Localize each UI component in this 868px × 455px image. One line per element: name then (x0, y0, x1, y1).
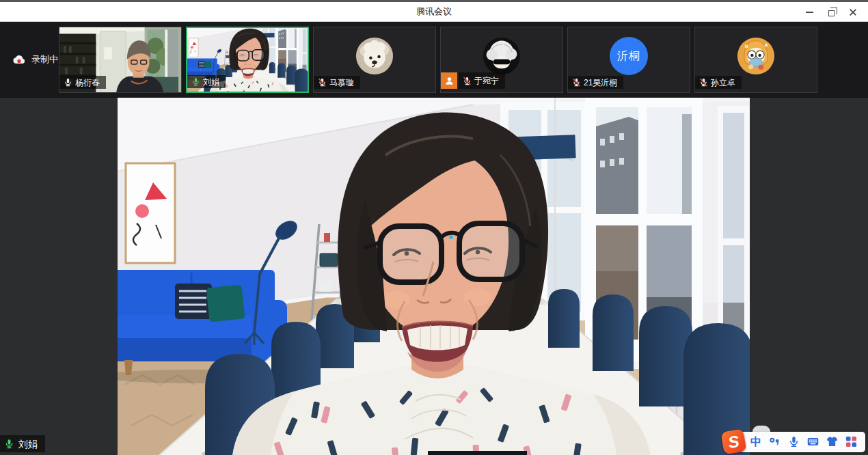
participant-tile-haoyitong[interactable]: 沂桐 21昊沂桐 (567, 27, 690, 93)
cartoon-avatar (737, 37, 775, 75)
ime-handle[interactable] (752, 426, 770, 432)
window-controls (798, 2, 864, 22)
recording-label: 录制中 (31, 53, 58, 66)
recording-indicator[interactable]: 录制中 (12, 53, 58, 66)
close-icon (849, 8, 857, 16)
mic-speaking-icon (4, 439, 14, 449)
participant-tile-mamuxuan[interactable]: 马慕璇 (313, 27, 436, 93)
participant-name: 于宛宁 (474, 77, 499, 85)
tencent-meeting-window: 腾讯会议 录制中 杨衍春 刘娟 (0, 0, 868, 455)
mic-muted-icon (463, 77, 472, 85)
room-scene (118, 98, 750, 455)
mic-muted-icon (699, 78, 708, 87)
mic-speaking-icon (191, 77, 200, 86)
participant-tile-yuwanning[interactable]: 于宛宁 (440, 27, 563, 93)
participant-tile-yangyanchun[interactable]: 杨衍春 (59, 27, 182, 93)
person-icon (444, 76, 455, 86)
participant-name: 马慕璇 (329, 79, 354, 87)
window-title: 腾讯会议 (0, 2, 868, 21)
participant-tile-liujuan[interactable]: 刘娟 (186, 27, 309, 93)
main-stage: 刘娟 S 中 (0, 97, 868, 455)
active-speaker-label: 刘娟 (0, 435, 45, 452)
dog-avatar (355, 37, 394, 75)
text-avatar: 沂桐 (610, 37, 648, 75)
minimize-icon (806, 12, 813, 13)
participant-name: 孙立卓 (711, 79, 735, 87)
host-badge (441, 72, 457, 89)
restore-icon (828, 10, 835, 16)
restore-button[interactable] (820, 3, 842, 21)
participant-name: 21昊沂桐 (584, 79, 617, 87)
mic-on-icon (64, 78, 72, 87)
anime-avatar (483, 37, 521, 75)
name-label: 马慕璇 (314, 76, 360, 89)
name-label: 于宛宁 (459, 72, 505, 89)
chinese-mode-icon[interactable]: 中 (750, 437, 761, 447)
title-bar: 腾讯会议 (0, 0, 868, 22)
mic-muted-icon (318, 78, 327, 87)
punctuation-icon[interactable] (769, 436, 781, 447)
participant-name: 杨衍春 (75, 79, 100, 87)
ime-pill: 中 (740, 432, 865, 452)
skin-icon[interactable] (826, 436, 838, 447)
close-button[interactable] (842, 3, 864, 21)
thumbnails: 杨衍春 刘娟 (59, 27, 817, 93)
mic-muted-icon (572, 78, 581, 87)
ime-toolbar: S 中 (722, 430, 865, 453)
keyboard-icon[interactable] (807, 436, 819, 447)
name-label: 孙立卓 (695, 76, 742, 89)
avatar-initials: 沂桐 (610, 37, 648, 75)
participant-tile-sunlizhuo[interactable]: 孙立卓 (694, 27, 817, 93)
name-label: 杨衍春 (59, 76, 106, 89)
toolbox-icon[interactable] (845, 436, 857, 447)
name-label: 21昊沂桐 (568, 76, 623, 89)
sogou-logo-icon[interactable]: S (720, 428, 746, 454)
active-speaker-name: 刘娟 (18, 439, 38, 449)
participant-name: 刘娟 (203, 78, 219, 86)
active-speaker-video (118, 98, 750, 455)
voice-input-icon[interactable] (788, 436, 800, 447)
cloud-record-icon (12, 55, 26, 65)
participant-strip: 录制中 杨衍春 刘娟 (0, 22, 868, 97)
minimize-button[interactable] (798, 3, 820, 21)
name-label: 刘娟 (187, 75, 226, 88)
